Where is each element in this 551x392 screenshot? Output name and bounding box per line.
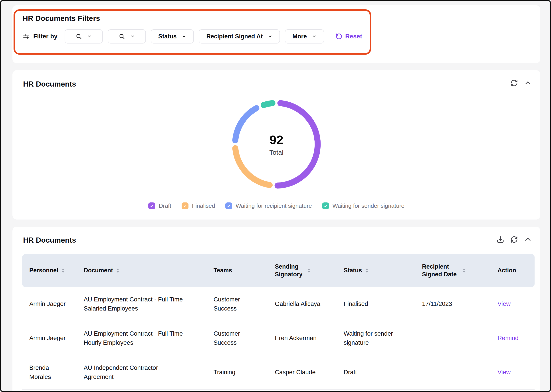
sort-arrows-icon [62,268,65,273]
cell-value: AU Employment Contract - Full Time Salar… [84,295,188,313]
refresh-button[interactable] [510,236,518,244]
legend-label: Finalised [192,203,215,209]
column-header-recipient_signed_date[interactable]: Recipient Signed Date [422,254,497,287]
refresh-button[interactable] [510,79,518,87]
filter-by-label: Filter by [33,33,57,40]
cell-sending_signatory: Casper Claude [275,355,344,390]
column-header-document[interactable]: Document [84,254,214,287]
action-link-view[interactable]: View [497,300,511,307]
download-icon [497,236,504,243]
recipient-signed-at-filter-label: Recipient Signed At [206,33,263,40]
hr-documents-table-wrap: PersonnelDocumentTeamsSending SignatoryS… [22,254,535,390]
cell-value: Eren Ackerman [275,333,317,343]
cell-teams: Customer Success [214,321,275,355]
collapse-button[interactable] [524,236,532,244]
legend-checkbox-draft[interactable] [148,203,155,209]
legend-checkbox-waiting-for-recipient-signature[interactable] [225,203,232,209]
filters-card-title: HR Documents Filters [23,14,540,23]
cell-teams: Customer Success [214,287,275,321]
legend-label: Waiting for recipient signature [236,203,312,209]
reset-label: Reset [345,33,362,40]
legend-checkbox-waiting-for-sender-signature[interactable] [322,203,329,209]
download-button[interactable] [496,236,504,244]
sort-arrows-icon [307,268,311,273]
chevron-down-icon [87,34,92,39]
column-header-personnel[interactable]: Personnel [22,254,84,287]
cell-recipient_signed_date [422,355,497,390]
filter-row: Filter by Status [23,29,540,43]
more-filter-label: More [292,33,307,40]
rotate-ccw-icon [336,33,342,40]
chevron-down-icon [268,34,272,39]
donut-segment-waiting-for-recipient-signature[interactable] [235,108,256,140]
cell-value: Armin Jaeger [29,299,66,308]
cell-value: Finalised [344,299,368,308]
hr-documents-table-card: HR Documents [13,227,540,392]
search-icon [76,33,82,40]
donut-segment-draft[interactable] [278,103,318,186]
refresh-icon [510,79,518,87]
search-filter-button-1[interactable] [65,29,103,43]
table-card-actions [496,236,532,244]
cell-sending_signatory: Gabriella Alicaya [275,287,344,321]
cell-value: Customer Success [214,329,249,347]
chart-legend: DraftFinalisedWaiting for recipient sign… [13,203,540,209]
reset-filters-button[interactable]: Reset [334,33,363,40]
chevron-down-icon [130,34,135,39]
sort-arrows-icon [365,268,369,273]
checkmark-icon [227,204,231,208]
cell-value: Waiting for sender signature [344,329,398,347]
collapse-button[interactable] [524,79,532,87]
cell-recipient_signed_date [422,321,497,355]
column-header-teams: Teams [214,254,275,287]
cell-value: Armin Jaeger [29,333,66,343]
hr-documents-filters-card: HR Documents Filters Filter by [13,5,540,63]
refresh-icon [510,236,518,243]
donut-segment-finalised[interactable] [235,148,270,185]
legend-checkbox-finalised[interactable] [181,203,188,209]
column-header-label: Personnel [29,266,58,274]
cell-personnel: Armin Jaeger [22,287,84,321]
cell-value: Brenda Morales [29,363,68,382]
cell-document: AU Employment Contract - Full Time Salar… [84,287,214,321]
legend-label: Waiting for sender signature [333,203,405,209]
cell-teams: Training [214,355,275,390]
checkmark-icon [183,204,187,208]
cell-value: 17/11/2023 [422,299,452,308]
action-link-remind[interactable]: Remind [497,335,519,341]
donut-chart-svg [230,98,323,191]
column-header-label: Teams [214,266,232,274]
column-header-label: Action [497,266,516,274]
column-header-status[interactable]: Status [344,254,422,287]
cell-value: Gabriella Alicaya [275,299,320,308]
donut-chart: 92 Total [230,98,323,191]
hr-documents-chart-card: HR Documents 92 Total [13,70,540,219]
legend-item-draft: Draft [148,203,171,209]
table-header-row: PersonnelDocumentTeamsSending SignatoryS… [22,254,535,287]
donut-segment-waiting-for-sender-signature[interactable] [264,103,273,105]
more-filter-button[interactable]: More [285,29,324,43]
cell-action: View [497,355,535,390]
cell-personnel: Brenda Morales [22,355,84,390]
cell-action: View [497,287,535,321]
search-filter-button-2[interactable] [108,29,146,43]
column-header-sending_signatory[interactable]: Sending Signatory [275,254,344,287]
checkmark-icon [150,204,154,208]
cell-value: Customer Success [214,295,249,313]
status-filter-button[interactable]: Status [151,29,194,43]
chart-card-title: HR Documents [23,80,540,88]
cell-document: AU Independent Contractor Agreement [84,355,214,390]
sort-arrows-icon [462,268,466,273]
legend-item-waiting-for-recipient-signature: Waiting for recipient signature [225,203,312,209]
cell-document: AU Employment Contract - Full Time Hourl… [84,321,214,355]
action-link-view[interactable]: View [497,369,511,376]
table-card-title: HR Documents [23,236,540,244]
checkmark-icon [323,204,328,208]
hr-documents-table: PersonnelDocumentTeamsSending SignatoryS… [22,254,535,390]
chart-card-actions [510,79,532,87]
search-icon [119,33,125,40]
sort-arrows-icon [116,268,119,273]
recipient-signed-at-filter-button[interactable]: Recipient Signed At [199,29,280,43]
column-header-label: Status [344,266,362,274]
cell-value: Casper Claude [275,368,315,377]
